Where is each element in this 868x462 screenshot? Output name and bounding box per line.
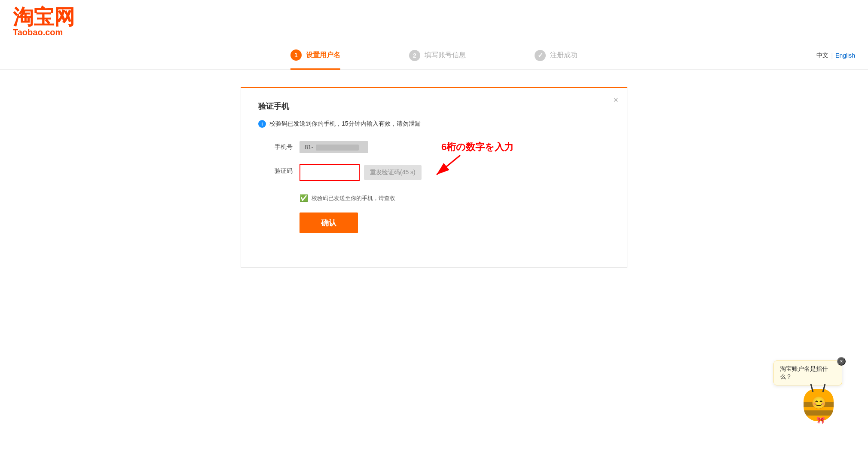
lang-divider: | [831, 52, 833, 59]
info-line: i 校验码已发送到你的手机，15分钟内输入有效，请勿泄漏 [258, 120, 610, 128]
phone-label: 手机号 [258, 143, 293, 151]
step-2: 2 填写账号信息 [409, 50, 466, 69]
code-row: 验证码 重发验证码(45 s) [258, 162, 610, 185]
phone-display: 81- [300, 141, 368, 153]
page-header: 淘宝网 Taobao.com [0, 0, 868, 37]
step-1-circle: 1 [290, 49, 302, 61]
steps-bar: 1 设置用户名 2 填写账号信息 ✓ 注册成功 中文 | English [0, 42, 868, 70]
step-1-label: 设置用户名 [306, 51, 340, 60]
logo-cn: 淘宝网 [13, 7, 855, 28]
lang-zh[interactable]: 中文 [816, 52, 828, 59]
step-1: 1 设置用户名 [290, 49, 340, 70]
code-input-row: 重发验证码(45 s) [300, 164, 422, 181]
red-arrow-svg [430, 151, 465, 185]
code-label: 验证码 [258, 164, 293, 175]
close-button[interactable]: × [613, 95, 618, 105]
resend-button[interactable]: 重发验证码(45 s) [364, 165, 422, 180]
success-text: 校验码已发送至你的手机，请查收 [312, 194, 395, 202]
steps-container: 1 设置用户名 2 填写账号信息 ✓ 注册成功 中文 | English [0, 42, 868, 69]
lang-en[interactable]: English [835, 52, 855, 59]
modal-title: 验证手机 [258, 101, 610, 111]
step-3: ✓ 注册成功 [535, 50, 578, 69]
code-input[interactable] [300, 164, 360, 181]
svg-line-1 [437, 155, 460, 175]
phone-masked [316, 145, 359, 151]
arrow-annotation [430, 151, 465, 185]
modal-card: 验证手机 × i 校验码已发送到你的手机，15分钟内输入有效，请勿泄漏 手机号 … [241, 87, 627, 268]
confirm-btn-row: 确认 [300, 213, 610, 233]
step-3-label: 注册成功 [550, 51, 578, 60]
check-green-icon: ✅ [300, 194, 308, 202]
success-line: ✅ 校验码已发送至你的手机，请查收 [300, 194, 610, 202]
step-2-circle: 2 [409, 50, 420, 61]
logo-en: Taobao.com [13, 28, 855, 37]
step-3-circle: ✓ [535, 50, 546, 61]
main-content: 验证手机 × i 校验码已发送到你的手机，15分钟内输入有效，请勿泄漏 手机号 … [0, 70, 868, 285]
lang-switcher: 中文 | English [816, 52, 855, 59]
step-2-label: 填写账号信息 [425, 51, 466, 60]
confirm-button[interactable]: 确认 [300, 213, 358, 233]
info-icon: i [258, 120, 266, 128]
info-text: 校验码已发送到你的手机，15分钟内输入有效，请勿泄漏 [269, 120, 421, 128]
